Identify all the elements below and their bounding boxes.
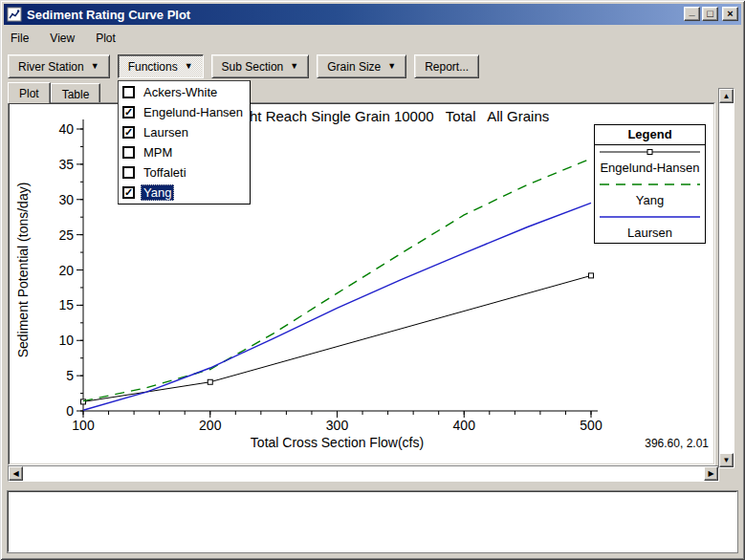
- horizontal-scrollbar[interactable]: ◀ ▶: [8, 465, 719, 482]
- svg-text:25: 25: [58, 227, 74, 243]
- minimize-button[interactable]: _: [684, 7, 700, 21]
- svg-text:20: 20: [58, 263, 74, 278]
- grain-size-button[interactable]: Grain Size ▼: [317, 54, 406, 78]
- functions-menu: Ackers-White ✓ Engelund-Hansen ✓ Laursen…: [118, 80, 251, 205]
- menu-view[interactable]: View: [45, 29, 83, 48]
- checkbox-icon[interactable]: ✓: [122, 106, 135, 118]
- svg-text:40: 40: [58, 121, 74, 137]
- scroll-up-icon[interactable]: ▲: [719, 89, 734, 103]
- function-label: Laursen: [141, 124, 191, 140]
- function-label: MPM: [141, 144, 175, 161]
- legend-line-sample: [595, 210, 705, 223]
- app-window: Sediment Rating Curve Plot _ □ × File Vi…: [0, 0, 745, 560]
- function-label: Toffaleti: [141, 164, 189, 181]
- vertical-scroll-track[interactable]: [719, 103, 734, 453]
- function-menu-item-mpm[interactable]: MPM: [119, 142, 250, 162]
- scroll-right-icon[interactable]: ▶: [704, 466, 718, 481]
- function-menu-item-laursen[interactable]: ✓ Laursen: [119, 122, 250, 142]
- function-menu-item-yang[interactable]: ✓ Yang: [119, 183, 250, 203]
- grain-size-label: Grain Size: [327, 60, 381, 74]
- horizontal-scroll-track[interactable]: [23, 466, 704, 481]
- svg-text:15: 15: [58, 297, 74, 312]
- function-label: Ackers-White: [141, 84, 220, 100]
- chart-legend: Legend Engelund-HansenYangLaursen: [594, 124, 706, 244]
- dropdown-arrow-icon: ▼: [91, 62, 99, 71]
- svg-text:300: 300: [326, 418, 349, 433]
- plot-area: 1002003004005000510152025303540Total Cro…: [8, 102, 715, 465]
- legend-entry: Engelund-Hansen: [595, 145, 705, 178]
- svg-text:30: 30: [58, 192, 74, 207]
- checkbox-icon[interactable]: [122, 166, 135, 179]
- functions-button[interactable]: Functions ▼: [118, 54, 204, 78]
- svg-text:500: 500: [580, 418, 603, 433]
- close-button[interactable]: ×: [722, 7, 738, 21]
- scroll-down-icon[interactable]: ▼: [719, 453, 734, 467]
- function-label: Engelund-Hansen: [141, 104, 246, 120]
- toolbar: River Station ▼ Functions ▼ Sub Section …: [8, 54, 479, 78]
- function-menu-item-ackers-white[interactable]: Ackers-White: [119, 82, 250, 102]
- dropdown-arrow-icon: ▼: [387, 62, 396, 71]
- sub-section-label: Sub Section: [222, 60, 284, 74]
- svg-text:200: 200: [199, 418, 222, 433]
- legend-title: Legend: [595, 125, 705, 145]
- menu-bar: File View Plot: [6, 29, 132, 48]
- legend-line-sample: [595, 178, 705, 190]
- river-station-button[interactable]: River Station ▼: [8, 54, 110, 78]
- legend-label: Yang: [595, 193, 705, 210]
- svg-text:10: 10: [58, 333, 74, 348]
- message-panel: [8, 491, 737, 552]
- function-menu-item-engelund-hansen[interactable]: ✓ Engelund-Hansen: [119, 102, 250, 122]
- menu-plot[interactable]: Plot: [91, 29, 124, 48]
- legend-line-sample: [595, 145, 705, 158]
- checkbox-icon[interactable]: [122, 146, 135, 159]
- app-icon: [7, 7, 22, 22]
- maximize-button[interactable]: □: [702, 7, 718, 21]
- svg-text:400: 400: [453, 418, 476, 433]
- function-label: Yang: [141, 184, 174, 201]
- vertical-scrollbar[interactable]: ▲ ▼: [718, 88, 734, 468]
- checkbox-icon[interactable]: [122, 86, 135, 98]
- tab-table[interactable]: Table: [51, 83, 101, 103]
- cursor-coordinates: 396.60, 2.01: [645, 437, 709, 450]
- checkbox-icon[interactable]: ✓: [122, 126, 135, 139]
- svg-text:100: 100: [72, 418, 95, 433]
- svg-text:0: 0: [66, 403, 74, 419]
- river-station-label: River Station: [18, 60, 84, 74]
- legend-entry: Laursen: [595, 210, 705, 243]
- sub-section-button[interactable]: Sub Section ▼: [211, 54, 310, 78]
- report-label: Report...: [425, 60, 469, 74]
- dropdown-arrow-icon: ▼: [185, 62, 193, 71]
- svg-text:5: 5: [66, 368, 74, 383]
- tab-plot[interactable]: Plot: [8, 82, 51, 103]
- legend-label: Engelund-Hansen: [595, 161, 705, 178]
- chart-title: ht Reach Single Grain 10000 Total All Gr…: [250, 108, 549, 124]
- legend-entry: Yang: [595, 178, 705, 210]
- scroll-left-icon[interactable]: ◀: [9, 466, 23, 481]
- functions-label: Functions: [128, 60, 178, 74]
- checkbox-icon[interactable]: ✓: [122, 186, 135, 199]
- dropdown-arrow-icon: ▼: [290, 62, 298, 71]
- legend-label: Laursen: [595, 226, 705, 243]
- svg-text:Sediment Potential (tons/day): Sediment Potential (tons/day): [15, 183, 31, 358]
- svg-text:Total Cross Section Flow(cfs): Total Cross Section Flow(cfs): [251, 435, 424, 450]
- window-title: Sediment Rating Curve Plot: [27, 8, 190, 22]
- svg-text:35: 35: [58, 157, 74, 172]
- function-menu-item-toffaleti[interactable]: Toffaleti: [119, 162, 250, 183]
- menu-file[interactable]: File: [6, 29, 37, 48]
- report-button[interactable]: Report...: [414, 54, 479, 78]
- legend-entries: Engelund-HansenYangLaursen: [595, 145, 705, 243]
- title-bar: Sediment Rating Curve Plot _ □ ×: [4, 4, 741, 25]
- tab-bar: Plot Table: [8, 82, 100, 103]
